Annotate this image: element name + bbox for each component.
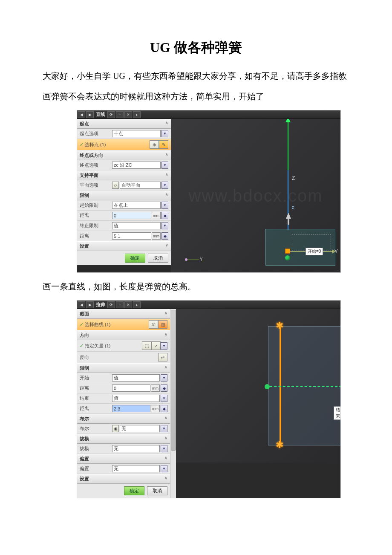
point-tool-icon[interactable]: ✎ <box>159 140 168 149</box>
chevron-up-icon: ∧ <box>165 121 168 127</box>
offset-combo[interactable]: 无 <box>112 465 160 472</box>
section-draft[interactable]: 拔模 ∧ <box>77 434 170 444</box>
scrollbar-thumb[interactable] <box>171 310 176 451</box>
dropdown-icon[interactable]: ▼ <box>161 425 167 432</box>
dropdown-icon[interactable]: ▼ <box>161 222 168 229</box>
ok-button[interactable]: 确定 <box>125 254 145 263</box>
draft-combo[interactable]: 无 <box>112 445 160 452</box>
unit-label: mm <box>152 232 161 240</box>
nav-next-icon[interactable]: ▶ <box>86 111 94 118</box>
close-icon[interactable]: ✕ <box>124 301 132 308</box>
distance2-label: 距离 <box>80 233 112 239</box>
point-picker-icon[interactable]: ⊕ <box>150 140 159 149</box>
refresh-icon[interactable]: ⟳ <box>107 111 115 118</box>
boolean-icon[interactable]: ◉ <box>112 425 119 432</box>
selected-curve[interactable] <box>280 327 281 445</box>
options-panel: 起点 ∧ 起点选项 十点 ▼ ✓ 选择点 (1) ⊕ ✎ 终点或方向 ∧ 终点选… <box>77 119 171 265</box>
section-settings[interactable]: 设置 ∧ <box>77 474 170 484</box>
section-section[interactable]: 截面 ∧ <box>77 309 170 319</box>
distance1-input[interactable]: 0 <box>112 384 150 392</box>
button-row: 确定 取消 <box>77 251 171 265</box>
close-icon[interactable]: ✕ <box>124 111 132 118</box>
distance2-input[interactable]: 5.1 <box>112 232 151 240</box>
section-start[interactable]: 起点 ∧ <box>77 119 171 129</box>
dropdown-icon[interactable]: ▼ <box>161 395 167 402</box>
viewport-2[interactable]: ✱ ✱ 结束 2.3 mm <box>176 309 340 462</box>
expression-icon[interactable]: ◆ <box>161 405 167 412</box>
start-limit-combo[interactable]: 在点上 <box>112 202 161 209</box>
expand-icon[interactable]: ▸ <box>133 301 141 308</box>
vector-tool-icon[interactable]: ↗ <box>151 341 161 350</box>
distance2-input[interactable]: 2.3 <box>112 405 150 412</box>
row-draft: 拔模 无 ▼ <box>77 444 170 454</box>
end-limit-combo[interactable]: 值 <box>112 222 161 229</box>
minimize-icon[interactable]: − <box>116 301 124 308</box>
start-combo[interactable]: 值 <box>112 374 160 382</box>
reverse-icon[interactable]: ⇄ <box>158 353 167 361</box>
dropdown-icon[interactable]: ▼ <box>161 182 168 189</box>
boolean-combo[interactable]: 无 <box>120 425 160 432</box>
viewport-1[interactable]: www.bdocx.com Z z 开始=0 Y Y <box>171 119 340 272</box>
sketch-icon[interactable]: ▨ <box>158 320 167 329</box>
nav-next-icon[interactable]: ▶ <box>86 301 94 308</box>
dropdown-icon[interactable]: ▼ <box>161 130 168 137</box>
section-direction[interactable]: 方向 ∧ <box>77 330 170 340</box>
mid-handle[interactable] <box>265 384 270 389</box>
drag-handle[interactable] <box>285 249 290 254</box>
row-select-point[interactable]: ✓ 选择点 (1) ⊕ ✎ <box>77 139 171 150</box>
nav-prev-icon[interactable]: ◀ <box>78 111 85 118</box>
star-icon: ✱ <box>276 439 283 451</box>
chevron-up-icon: ∧ <box>164 365 167 371</box>
paragraph-2: 画弹簧不会表达式的时候就用这种方法，简单实用，开始了 <box>26 90 366 103</box>
screenshot-extrude-dialog: ◀ ▶ 拉伸 ⟳ − ✕ ▸ 截面 ∧ ✓ 选择曲线 (1) ☑ ▨ 方向 ∧ … <box>77 300 341 498</box>
cancel-button[interactable]: 取消 <box>147 486 167 495</box>
expand-icon[interactable]: ▸ <box>133 111 141 118</box>
minimize-icon[interactable]: − <box>116 111 124 118</box>
section-support[interactable]: 支持平面 ∧ <box>77 171 171 180</box>
chevron-up-icon: ∧ <box>165 152 168 159</box>
section-limit[interactable]: 限制 ∧ <box>77 191 171 200</box>
dropdown-icon[interactable]: ▼ <box>161 374 167 382</box>
row-end-option: 终点选项 zc 沿 ZC ▼ <box>77 160 171 171</box>
refresh-icon[interactable]: ⟳ <box>107 301 115 308</box>
paragraph-1: 大家好，小生自学 UG，有些东西希望能跟大家分享，如有不足，请高手多多指教 <box>26 69 366 83</box>
dropdown-icon[interactable]: ▼ <box>161 162 168 169</box>
end-combo[interactable]: 值 <box>112 395 160 402</box>
floating-start-label: 开始=0 <box>308 249 321 254</box>
dropdown-icon[interactable]: ▼ <box>161 202 168 209</box>
plane-option-combo[interactable]: 自动平面 <box>120 182 161 189</box>
floating-input-start[interactable]: 开始=0 <box>306 248 323 255</box>
draft-label: 拔模 <box>80 445 112 452</box>
section-limit[interactable]: 限制 ∧ <box>77 363 170 373</box>
section-boolean[interactable]: 布尔 ∧ <box>77 414 170 424</box>
vector-picker-icon[interactable]: ⬚ <box>142 341 151 350</box>
section-settings-label: 设置 <box>80 243 89 249</box>
section-direction-label: 方向 <box>80 332 89 338</box>
expression-icon[interactable]: ◆ <box>161 212 168 219</box>
row-select-curve[interactable]: ✓ 选择曲线 (1) ☑ ▨ <box>77 319 170 330</box>
row-start: 开始 值 ▼ <box>77 373 170 383</box>
expression-icon[interactable]: ◆ <box>161 232 168 240</box>
floating-input-end[interactable]: 结束 2.3 mm <box>334 406 340 420</box>
section-offset[interactable]: 偏置 ∧ <box>77 454 170 464</box>
origin-ball[interactable] <box>285 255 290 260</box>
curve-picker-icon[interactable]: ☑ <box>149 320 158 329</box>
section-settings[interactable]: 设置 ∨ <box>77 241 171 251</box>
end-option-combo[interactable]: zc 沿 ZC <box>112 162 161 169</box>
z-label: Z <box>292 175 295 181</box>
plane-icon[interactable]: ▱ <box>112 182 119 189</box>
ok-button[interactable]: 确定 <box>124 486 144 495</box>
dropdown-icon[interactable]: ▼ <box>161 342 167 350</box>
distance1-input[interactable]: 0 <box>112 212 151 219</box>
expression-icon[interactable]: ◆ <box>161 384 167 392</box>
row-start-option: 起点选项 十点 ▼ <box>77 129 171 139</box>
section-end[interactable]: 终点或方向 ∧ <box>77 150 171 160</box>
start-option-combo[interactable]: 十点 <box>112 130 161 137</box>
dropdown-icon[interactable]: ▼ <box>161 445 167 452</box>
dropdown-icon[interactable]: ▼ <box>161 465 167 472</box>
row-distance-1: 距离 0 mm ◆ <box>77 383 170 393</box>
cancel-button[interactable]: 取消 <box>148 254 168 263</box>
panel-scrollbar[interactable] <box>170 309 176 498</box>
vector-label: 指定矢量 (1) <box>85 343 142 349</box>
nav-prev-icon[interactable]: ◀ <box>78 301 85 308</box>
